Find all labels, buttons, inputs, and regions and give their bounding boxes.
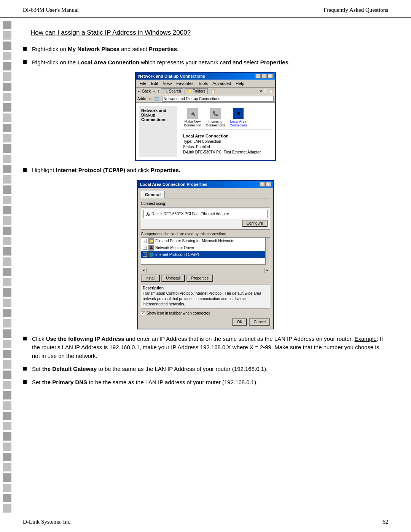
bullet-item-4: Click Use the following IP Address and e… — [23, 335, 388, 361]
network-toolbar: ← Back → ↑ 🔍 Search 📁 Folders 📋 ✕ ⬜ 📋 — [136, 88, 275, 95]
comp-label-2: Network Monitor Driver — [155, 246, 194, 250]
connect-using-label: Connect using: — [141, 201, 270, 206]
comp-label-1: File and Printer Sharing for Microsoft N… — [155, 239, 234, 243]
dialog-titlebar: Local Area Connection Properties ? ✕ — [138, 181, 273, 188]
dialog-tab-bar: General — [141, 191, 270, 198]
comp-label-3: Internet Protocol (TCP/IP) — [155, 252, 199, 257]
close-btn[interactable]: ✕ — [268, 74, 273, 78]
dialog-titlebar-buttons: ? ✕ — [260, 182, 271, 187]
bullet-square-5 — [23, 367, 27, 371]
bullet-square-2 — [23, 60, 27, 64]
taskbar-label: Show icon in taskbar when connected — [147, 311, 210, 315]
taskbar-checkbox[interactable]: ✓ — [141, 311, 145, 315]
header-right: Frequently Asked Questions — [323, 7, 388, 13]
bullet-item-3: Highlight Internet Protocol (TCP/IP) and… — [23, 166, 388, 175]
dialog-close-btn[interactable]: ✕ — [266, 182, 271, 187]
menu-view[interactable]: View — [161, 80, 174, 86]
address-icon: 🌐 — [155, 97, 159, 101]
footer-left: D-Link Systems, Inc. — [23, 519, 72, 525]
toolbar-history[interactable]: 📋 — [211, 89, 215, 93]
incoming-label: IncomingConnections — [206, 120, 225, 127]
description-title: Description — [143, 286, 268, 290]
titlebar-buttons: _ □ ✕ — [255, 74, 273, 78]
dialog-help-btn[interactable]: ? — [260, 182, 265, 187]
adapter-name: D-Link DFE-530TX PCI Fast Ethernet Adapt… — [151, 212, 229, 216]
tab-general[interactable]: General — [141, 191, 165, 198]
bullet-square-6 — [23, 380, 27, 384]
icon-local-area[interactable]: 🖥 Local AreaConnection — [229, 108, 248, 127]
adapter-row: 🖧 D-Link DFE-530TX PCI Fast Ethernet Ada… — [143, 210, 268, 218]
comp-checkbox-1[interactable]: ✓ — [143, 239, 147, 243]
hscroll-track — [146, 268, 265, 273]
ok-button[interactable]: OK — [232, 318, 247, 326]
toolbar-up[interactable]: ↑ — [158, 89, 159, 93]
icon-incoming[interactable]: 📞 IncomingConnections — [206, 108, 225, 127]
section-title: How can I assign a Static IP Address in … — [30, 29, 388, 37]
network-left-panel: Network and Dial-upConnections — [139, 106, 177, 157]
scroll-left[interactable]: ◄ — [141, 268, 146, 273]
maximize-btn[interactable]: □ — [261, 74, 267, 78]
menu-help[interactable]: Help — [233, 80, 247, 86]
bullet-item-1: Right-click on My Network Places and sel… — [23, 45, 388, 54]
network-window-title: Network and Dial-up Connections — [138, 74, 205, 78]
components-scrollbar[interactable] — [266, 237, 270, 266]
address-box[interactable]: Network and Dial-up Connections — [162, 96, 274, 102]
cancel-button[interactable]: Cancel — [249, 318, 270, 326]
menu-edit[interactable]: Edit — [149, 80, 161, 86]
ok-cancel-row: OK Cancel — [141, 318, 270, 326]
install-btn-row: Install Uninstall Properties — [141, 275, 270, 282]
scroll-right[interactable]: ► — [265, 268, 270, 273]
network-window: Network and Dial-up Connections _ □ ✕ Fi… — [135, 72, 276, 161]
uninstall-button[interactable]: Uninstall — [161, 275, 185, 282]
comp-checkbox-2[interactable]: ✓ — [143, 246, 147, 250]
bullet-text-1: Right-click on My Network Places and sel… — [32, 45, 388, 54]
bullet-item-6: Set the Primary DNS to be the same as th… — [23, 378, 388, 387]
lan-title: Local Area Connection — [183, 134, 271, 138]
lan-status: Status: Enabled — [183, 144, 271, 150]
minimize-btn[interactable]: _ — [255, 74, 261, 78]
install-button[interactable]: Install — [141, 275, 160, 282]
adapter-box: 🖧 D-Link DFE-530TX PCI Fast Ethernet Ada… — [141, 207, 270, 230]
comp-icon-2: 🖧 — [148, 245, 154, 251]
network-panel-title: Network and Dial-upConnections — [141, 108, 175, 122]
toolbar-back[interactable]: ← Back — [137, 89, 151, 93]
comp-icon-1: 📁 — [148, 238, 154, 244]
local-area-icon: 🖥 — [233, 108, 244, 119]
menu-file[interactable]: File — [137, 80, 149, 86]
adapter-icon: 🖧 — [145, 211, 150, 217]
header-left: DI-634M User's Manual — [23, 7, 79, 13]
bullet-text-5: Set the Default Gateway to be the same a… — [32, 365, 388, 374]
network-content: Network and Dial-upConnections 🔌 Make Ne… — [136, 103, 275, 160]
toolbar-search[interactable]: 🔍 Search — [161, 88, 183, 94]
network-addressbar: Address 🌐 Network and Dial-up Connection… — [136, 95, 275, 103]
menu-tools[interactable]: Tools — [196, 80, 210, 86]
bullet-square-3 — [23, 168, 27, 172]
network-right-panel: 🔌 Make NewConnection 📞 IncomingConnectio… — [182, 106, 272, 157]
properties-button[interactable]: Properties — [186, 275, 213, 282]
bullet-item-2: Right-click on the Local Area Connection… — [23, 58, 388, 67]
toolbar-forward[interactable]: → — [152, 89, 156, 93]
bullet-text-6: Set the Primary DNS to be the same as th… — [32, 378, 388, 387]
make-new-label: Make NewConnection — [184, 120, 201, 127]
address-label: Address — [137, 97, 151, 101]
toolbar-icons: ✕ ⬜ 📋 — [259, 89, 274, 93]
components-list: ✓ 📁 File and Printer Sharing for Microso… — [141, 237, 266, 265]
comp-file-printer[interactable]: ✓ 📁 File and Printer Sharing for Microso… — [141, 238, 265, 244]
network-menubar: File Edit View Favorites Tools Advanced … — [136, 80, 275, 88]
main-content: How can I assign a Static IP Address in … — [0, 18, 411, 422]
dialog-content: General Connect using: 🖧 D-Link DFE-530T… — [138, 188, 273, 329]
icon-make-new[interactable]: 🔌 Make NewConnection — [183, 108, 202, 127]
comp-tcp-ip[interactable]: ✓ 🌐 Internet Protocol (TCP/IP) — [141, 251, 265, 258]
menu-advanced[interactable]: Advanced — [210, 80, 233, 86]
lan-dialog: Local Area Connection Properties ? ✕ Gen… — [137, 180, 274, 329]
taskbar-checkbox-row: ✓ Show icon in taskbar when connected — [141, 311, 270, 315]
components-area: ✓ 📁 File and Printer Sharing for Microso… — [141, 237, 270, 266]
menu-favorites[interactable]: Favorites — [174, 80, 196, 86]
comp-network-monitor[interactable]: ✓ 🖧 Network Monitor Driver — [141, 244, 265, 251]
configure-button[interactable]: Configure — [242, 220, 268, 227]
comp-checkbox-3[interactable]: ✓ — [143, 252, 147, 257]
bullet-square-4 — [23, 337, 27, 340]
toolbar-folders[interactable]: 📁 Folders — [185, 88, 207, 94]
screenshot-lan-properties: Local Area Connection Properties ? ✕ Gen… — [23, 180, 388, 329]
local-area-label: Local AreaConnection — [229, 120, 247, 127]
